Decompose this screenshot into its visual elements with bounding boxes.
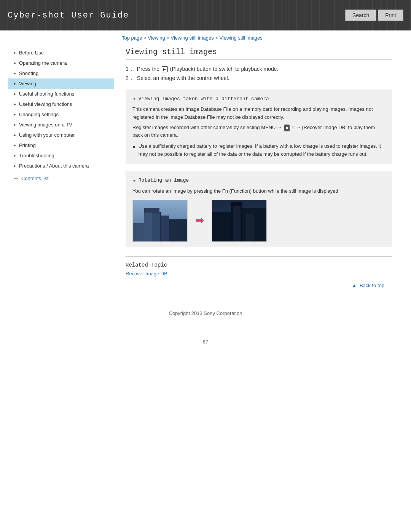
tip1-bullet: ● Use a sufficiently charged battery to … [132, 142, 385, 158]
svg-rect-10 [233, 206, 241, 242]
sidebar-item-shooting[interactable]: ► Shooting [8, 68, 114, 78]
breadcrumb-viewing-still[interactable]: Viewing still images [170, 35, 213, 41]
page-layout: ► Before Use ► Operating the camera ► Sh… [0, 44, 411, 303]
sidebar-item-useful-shooting[interactable]: ► Useful shooting functions [8, 89, 114, 99]
page-number: 67 [0, 339, 411, 345]
breadcrumb-top[interactable]: Top page [122, 35, 142, 41]
related-topic-link[interactable]: Recover Image DB [126, 271, 167, 276]
svg-rect-2 [144, 208, 159, 242]
contents-arrow-icon: → [13, 175, 19, 182]
bullet-icon: ● [132, 143, 135, 151]
search-button[interactable]: Search [345, 10, 376, 21]
sidebar-item-before-use[interactable]: ► Before Use [8, 48, 114, 58]
step-1-text: Press the (Playback) button to switch to… [137, 66, 279, 72]
tip-icon-1: ✦ [132, 95, 136, 102]
arrow-icon: ► [13, 164, 17, 168]
tip-box-1: ✦ Viewing images taken with a different … [126, 89, 392, 164]
steps-section: 1． Press the (Playback) button to switch… [126, 66, 392, 82]
tip2-text: You can rotate an image by pressing the … [132, 187, 385, 242]
rotation-arrow-icon: ➡ [195, 212, 204, 229]
arrow-icon: ► [13, 133, 17, 137]
image-before [132, 200, 188, 242]
sidebar-item-viewing[interactable]: ► Viewing [8, 78, 114, 89]
building-svg-2 [212, 200, 267, 242]
print-button[interactable]: Print [378, 10, 403, 21]
sidebar-item-precautions[interactable]: ► Precautions / About this camera [8, 161, 114, 171]
back-to-top-icon: ▲ [352, 283, 357, 288]
svg-rect-13 [246, 214, 254, 242]
breadcrumb-viewing[interactable]: Viewing [148, 35, 165, 41]
svg-rect-4 [161, 216, 169, 242]
arrow-icon: ► [13, 102, 17, 106]
tip-icon-2: ✦ [132, 177, 136, 184]
breadcrumb-current[interactable]: Viewing still images [220, 35, 263, 41]
svg-rect-11 [212, 212, 231, 242]
arrow-icon: ► [13, 61, 17, 65]
arrow-icon: ► [13, 51, 17, 55]
arrow-icon: ► [13, 81, 17, 86]
contents-list-link[interactable]: → Contents list [8, 171, 114, 185]
sidebar-item-printing[interactable]: ► Printing [8, 140, 114, 150]
back-to-top-link[interactable]: ▲ Back to top [352, 283, 384, 288]
tip-content-1: This camera creates an Image Database Fi… [132, 105, 385, 158]
step-2-text: Select an image with the control wheel. [137, 75, 229, 81]
arrow-icon: ► [13, 153, 17, 158]
tip1-bullet-text: Use a sufficiently charged battery to re… [139, 142, 385, 158]
menu-icon: ■ [284, 125, 290, 131]
step-2: 2． Select an image with the control whee… [126, 75, 392, 82]
related-topic-section: Related Topic Recover Image DB [126, 256, 392, 276]
sidebar-item-changing-settings[interactable]: ► Changing settings [8, 109, 114, 120]
app-title: Cyber-shot User Guide [8, 11, 129, 20]
arrow-icon: ► [13, 71, 17, 75]
image-after [212, 200, 267, 242]
arrow-icon: ► [13, 92, 17, 96]
tip-title-1: ✦ Viewing images taken with a different … [132, 95, 385, 102]
arrow-icon: ► [13, 123, 17, 127]
step-number: 1． [126, 66, 134, 73]
tip-box-2: ✦ Rotating an image You can rotate an im… [126, 171, 392, 247]
step-number: 2． [126, 75, 134, 82]
breadcrumb: Top page > Viewing > Viewing still image… [0, 30, 411, 44]
arrow-icon: ► [13, 143, 17, 147]
playback-icon [162, 66, 168, 72]
sidebar-item-useful-viewing[interactable]: ► Useful viewing functions [8, 99, 114, 109]
main-content: Viewing still images 1． Press the (Playb… [114, 44, 403, 303]
tip1-para2: Register images recorded with other came… [132, 124, 385, 140]
header-buttons: Search Print [345, 10, 403, 21]
page-title: Viewing still images [126, 48, 392, 60]
step-1: 1． Press the (Playback) button to switch… [126, 66, 392, 73]
svg-rect-12 [242, 208, 267, 242]
svg-rect-3 [152, 212, 161, 242]
tip1-para1: This camera creates an Image Database Fi… [132, 105, 385, 121]
header: Cyber-shot User Guide Search Print [0, 0, 411, 30]
sidebar-item-viewing-tv[interactable]: ► Viewing images on a TV [8, 120, 114, 130]
copyright-text: Copyright 2013 Sony Corporation [169, 310, 242, 316]
tip-title-2: ✦ Rotating an image [132, 177, 385, 184]
image-row: ➡ [132, 200, 385, 242]
building-svg-1 [133, 200, 188, 242]
sidebar: ► Before Use ► Operating the camera ► Sh… [8, 44, 114, 303]
footer: Copyright 2013 Sony Corporation [0, 303, 411, 331]
related-topic-label: Related Topic [126, 262, 392, 268]
arrow-icon: ► [13, 112, 17, 117]
sidebar-item-troubleshooting[interactable]: ► Troubleshooting [8, 150, 114, 161]
svg-rect-5 [133, 223, 144, 242]
svg-rect-6 [169, 219, 188, 242]
back-to-top-row: ▲ Back to top [126, 276, 392, 291]
sidebar-item-operating-camera[interactable]: ► Operating the camera [8, 58, 114, 68]
sidebar-item-using-computer[interactable]: ► Using with your computer [8, 130, 114, 140]
